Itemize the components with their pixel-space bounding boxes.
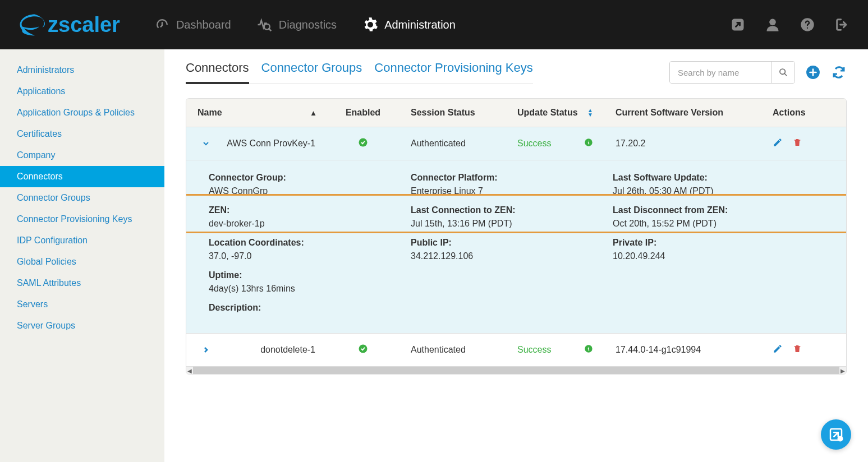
row-session: Authenticated: [399, 345, 506, 355]
sidebar-item-connectors[interactable]: Connectors: [0, 166, 164, 187]
detail-label: Connector Group:: [209, 173, 411, 183]
row-update: Success: [517, 345, 551, 355]
zscaler-swoosh-icon: [17, 12, 48, 38]
primary-nav: Dashboard Diagnostics Administration: [154, 16, 729, 33]
info-icon[interactable]: [584, 344, 593, 355]
search-group: [669, 61, 795, 84]
nav-diagnostics[interactable]: Diagnostics: [256, 16, 337, 33]
detail-label: Description:: [209, 303, 411, 313]
header-actions: [729, 16, 851, 34]
brand-logo[interactable]: zscaler: [17, 12, 120, 38]
page-tabs: Connectors Connector Groups Connector Pr…: [186, 61, 533, 84]
nav-administration[interactable]: Administration: [362, 16, 456, 33]
main-content: Connectors Connector Groups Connector Pr…: [164, 49, 868, 462]
delete-button[interactable]: [793, 344, 802, 356]
nav-dashboard[interactable]: Dashboard: [154, 16, 231, 33]
sidebar-item-company[interactable]: Company: [0, 145, 164, 166]
add-button[interactable]: [805, 64, 821, 80]
detail-label: Last Software Update:: [613, 173, 824, 183]
refresh-button[interactable]: [831, 64, 847, 80]
sidebar-item-saml-attributes[interactable]: SAML Attributes: [0, 272, 164, 294]
detail-value: 10.20.49.244: [613, 251, 824, 261]
info-icon[interactable]: [584, 138, 593, 149]
delete-button[interactable]: [793, 137, 802, 150]
refresh-icon: [832, 66, 846, 79]
row-name: AWS Conn ProvKey-1: [227, 138, 315, 149]
sort-caret-up-icon: ▴: [311, 108, 315, 117]
page-controls: [669, 61, 847, 84]
sidebar-item-connector-prov-keys[interactable]: Connector Provisioning Keys: [0, 209, 164, 230]
pencil-icon: [773, 137, 783, 147]
detail-value: dev-broker-1p: [209, 219, 411, 229]
detail-value: AWS ConnGrp: [209, 186, 411, 196]
svg-text:?: ?: [839, 437, 842, 441]
column-actions: Actions: [761, 99, 846, 127]
sort-arrows-icon: ▲▼: [587, 108, 593, 117]
chevron-down-icon: [201, 139, 210, 148]
trash-icon: [793, 137, 802, 147]
sidebar-item-certificates[interactable]: Certificates: [0, 123, 164, 145]
column-version[interactable]: Current Software Version: [604, 99, 761, 127]
detail-value: Oct 20th, 15:52 PM (PDT): [613, 219, 824, 229]
pencil-icon: [773, 344, 783, 354]
scroll-right-icon[interactable]: ▶: [839, 367, 846, 375]
expand-help-icon: ?: [828, 426, 844, 443]
tab-connector-groups[interactable]: Connector Groups: [261, 61, 362, 84]
gauge-icon: [154, 16, 171, 33]
tab-connectors[interactable]: Connectors: [186, 61, 249, 84]
search-button[interactable]: [771, 62, 794, 83]
help-icon[interactable]: [798, 16, 816, 34]
sidebar-item-server-groups[interactable]: Server Groups: [0, 315, 164, 336]
detail-value: 37.0, -97.0: [209, 251, 411, 261]
search-input[interactable]: [670, 62, 771, 83]
detail-label: Last Connection to ZEN:: [411, 205, 613, 215]
plus-circle-icon: [806, 65, 820, 80]
table-row: donotdelete-1 Authenticated Success 17.4…: [186, 334, 846, 366]
column-update[interactable]: Update Status▲▼: [506, 99, 604, 127]
detail-value: 4day(s) 13hrs 16mins: [209, 284, 411, 294]
table-row: AWS Conn ProvKey-1 Authenticated Success…: [186, 127, 846, 160]
help-fab-button[interactable]: ?: [821, 419, 851, 450]
search-icon: [779, 68, 788, 77]
detail-label: Uptime:: [209, 270, 411, 280]
horizontal-scrollbar[interactable]: ◀ ▶: [186, 366, 846, 374]
detail-label: ZEN:: [209, 205, 411, 215]
detail-value: Jul 15th, 13:16 PM (PDT): [411, 219, 613, 229]
scroll-thumb[interactable]: [193, 367, 839, 375]
sidebar-item-administrators[interactable]: Administrators: [0, 59, 164, 81]
detail-label: Public IP:: [411, 238, 613, 248]
chevron-right-icon: [201, 345, 210, 354]
user-icon[interactable]: [764, 16, 782, 34]
row-details-panel: Connector Group:AWS ConnGrp Connector Pl…: [186, 160, 846, 334]
column-name[interactable]: Name▴: [186, 99, 327, 127]
edit-button[interactable]: [773, 137, 783, 150]
sidebar-item-global-policies[interactable]: Global Policies: [0, 251, 164, 272]
top-header: zscaler Dashboard Diagnostics Administra…: [0, 0, 868, 49]
row-version: 17.44.0-14-g1c91994: [604, 345, 761, 355]
sidebar-item-app-groups-policies[interactable]: Application Groups & Policies: [0, 102, 164, 123]
brand-text: zscaler: [48, 13, 120, 37]
sidebar-item-connector-groups[interactable]: Connector Groups: [0, 187, 164, 209]
row-session: Authenticated: [399, 138, 506, 149]
row-expander[interactable]: [198, 345, 214, 354]
row-expander[interactable]: [198, 139, 214, 148]
table-header: Name▴ Enabled Session Status Update Stat…: [186, 99, 846, 127]
sidebar-item-applications[interactable]: Applications: [0, 81, 164, 102]
enabled-check-icon: [358, 137, 368, 147]
detail-label: Connector Platform:: [411, 173, 613, 183]
column-session[interactable]: Session Status: [399, 99, 506, 127]
pulse-search-icon: [256, 16, 273, 33]
scroll-left-icon[interactable]: ◀: [186, 367, 193, 375]
svg-point-3: [780, 69, 785, 74]
detail-label: Last Disconnect from ZEN:: [613, 205, 824, 215]
row-version: 17.20.2: [604, 138, 761, 149]
external-link-icon[interactable]: [729, 16, 747, 34]
tab-connector-prov-keys[interactable]: Connector Provisioning Keys: [374, 61, 532, 84]
logout-icon[interactable]: [833, 16, 851, 34]
sidebar-item-servers[interactable]: Servers: [0, 294, 164, 315]
gears-icon: [362, 16, 379, 33]
detail-label: Private IP:: [613, 238, 824, 248]
column-enabled[interactable]: Enabled: [327, 99, 399, 127]
sidebar-item-idp-config[interactable]: IDP Configuration: [0, 230, 164, 251]
edit-button[interactable]: [773, 344, 783, 356]
